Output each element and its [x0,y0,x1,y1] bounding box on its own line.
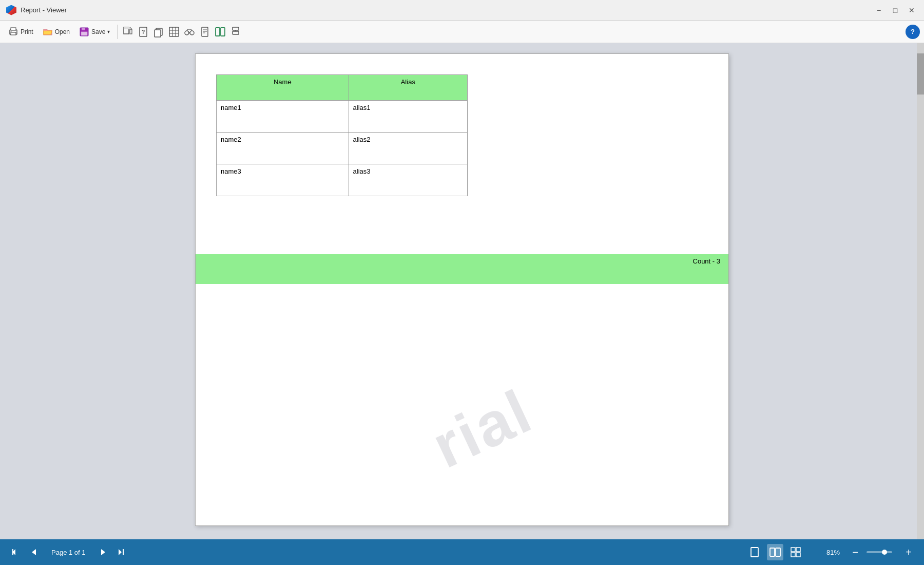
cell-alias-1: alias1 [349,101,467,133]
svg-marker-39 [119,549,122,555]
svg-marker-37 [32,549,36,555]
svg-line-23 [187,29,188,31]
svg-rect-8 [124,27,129,29]
watermark: rial [421,375,543,482]
title-bar-controls: − □ ✕ [873,4,918,16]
open-label: Open [55,28,70,35]
grid-toggle-button[interactable] [167,25,181,39]
svg-rect-33 [233,31,239,34]
maximize-button[interactable]: □ [889,4,901,16]
help-label: ? [911,28,915,35]
page-viewer[interactable]: Name Alias name1 alias1 name2 alias2 nam… [0,43,924,539]
nav-next-button[interactable] [96,545,110,559]
svg-rect-5 [82,28,85,30]
table-row: name2 alias2 [217,133,468,164]
svg-rect-32 [233,27,239,30]
svg-rect-40 [123,549,124,555]
svg-rect-10 [130,29,132,34]
svg-marker-38 [101,549,105,555]
toolbar: Print Open Save ▾ [0,21,924,43]
separator-1 [117,25,118,39]
title-bar: Report - Viewer − □ ✕ [0,0,924,21]
print-button[interactable]: Print [4,25,37,39]
report-footer: Count - 3 [196,254,728,284]
svg-point-21 [190,31,194,35]
copy-button[interactable] [151,25,166,39]
watermark-text: rial [422,376,542,481]
save-arrow: ▾ [107,29,110,34]
open-button[interactable]: Open [38,25,74,39]
save-label: Save [91,28,105,35]
svg-rect-30 [216,28,220,36]
column-header-alias: Alias [349,75,467,101]
main-area: Name Alias name1 alias1 name2 alias2 nam… [0,43,924,539]
save-button[interactable]: Save ▾ [75,25,114,39]
zoom-slider[interactable] [867,551,892,553]
cell-name-2: name2 [217,133,349,164]
title-bar-text: Report - Viewer [21,6,873,14]
bottom-dual-page-button[interactable] [767,544,783,560]
help-doc-button[interactable]: ? [136,25,150,39]
open-icon [43,27,53,37]
svg-rect-47 [796,553,800,557]
cell-name-3: name3 [217,164,349,196]
cell-name-1: name1 [217,101,349,133]
svg-rect-26 [202,27,208,36]
nav-first-button[interactable] [8,545,23,559]
svg-rect-42 [770,548,775,556]
scrollbar-thumb[interactable] [917,53,924,95]
svg-rect-2 [11,32,16,35]
zoom-slider-container [867,551,897,553]
table-row: name3 alias3 [217,164,468,196]
zoom-slider-thumb[interactable] [882,550,887,555]
single-page-button[interactable] [198,25,212,39]
zoom-out-button[interactable]: − [848,545,862,559]
bottom-grid-view-button[interactable] [787,544,804,560]
cell-alias-3: alias3 [349,164,467,196]
zoom-level: 81% [822,549,844,556]
svg-line-24 [191,29,192,31]
page-layout-button[interactable] [121,25,135,39]
svg-rect-31 [221,28,225,36]
svg-rect-6 [81,32,87,35]
count-label: Count - 3 [693,257,720,265]
zoom-in-button[interactable]: + [901,545,916,559]
help-button[interactable]: ? [906,25,920,39]
svg-rect-46 [791,553,795,557]
svg-rect-15 [169,27,179,36]
column-header-name: Name [217,75,349,101]
save-icon [79,27,89,37]
print-label: Print [21,28,33,35]
page-info: Page 1 of 1 [45,549,92,556]
svg-point-20 [185,31,189,35]
nav-last-button[interactable] [114,545,129,559]
report-table: Name Alias name1 alias1 name2 alias2 nam… [216,74,468,196]
print-icon [8,27,18,37]
nav-prev-button[interactable] [27,545,41,559]
svg-rect-43 [776,548,780,556]
svg-rect-45 [796,548,800,552]
close-button[interactable]: ✕ [906,4,918,16]
continuous-scroll-button[interactable] [228,25,243,39]
scrollbar[interactable] [917,43,924,539]
svg-text:?: ? [142,29,145,35]
svg-rect-22 [188,32,190,33]
bottom-bar: Page 1 of 1 81% − [0,539,924,565]
svg-rect-36 [12,549,13,555]
dual-page-button[interactable] [213,25,227,39]
svg-rect-1 [11,28,16,30]
cell-alias-2: alias2 [349,133,467,164]
svg-rect-44 [791,548,795,552]
report-page: Name Alias name1 alias1 name2 alias2 nam… [195,53,729,526]
table-row: name1 alias1 [217,101,468,133]
app-logo [6,5,16,15]
svg-rect-14 [155,30,161,37]
search-button[interactable] [182,25,197,39]
bottom-single-page-button[interactable] [746,544,763,560]
svg-point-3 [11,31,12,32]
svg-rect-41 [751,548,758,557]
minimize-button[interactable]: − [873,4,885,16]
